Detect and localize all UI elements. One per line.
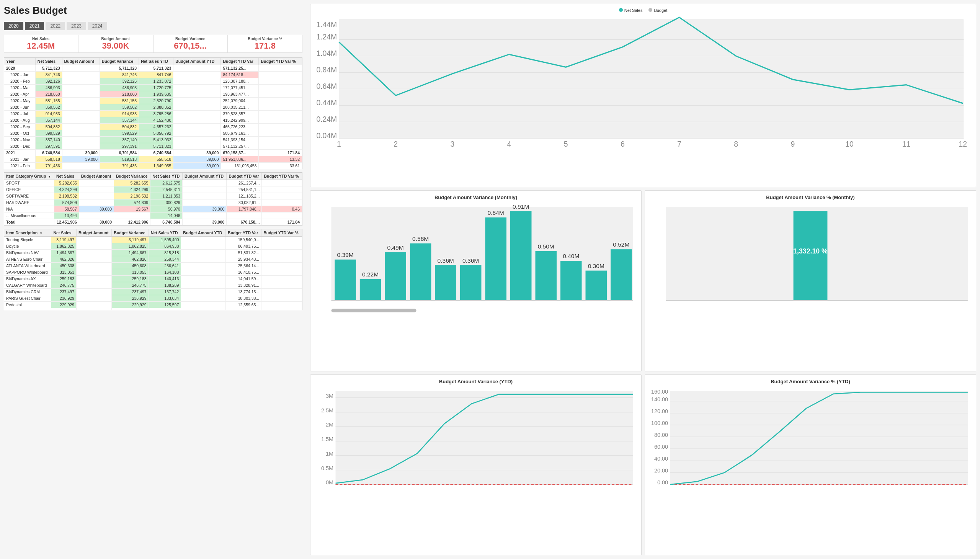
col-budget-amount-ytd: Budget Amount YTD: [174, 58, 221, 65]
table-row: Bl4Dynamics NAV1,494,6671,494,667815,318…: [4, 250, 302, 256]
svg-rect-37: [535, 251, 557, 301]
table-row: 2020 - Feb392,126392,1261,233,872123,387…: [4, 78, 302, 84]
col-desc-budget-variance: Budget Variance: [112, 229, 149, 237]
table-row: 2020 - Mar486,903486,9031,720,775172,077…: [4, 84, 302, 91]
svg-rect-38: [560, 261, 582, 300]
year-tab-2021[interactable]: 2021: [25, 22, 45, 30]
svg-text:0.58M: 0.58M: [412, 235, 429, 242]
svg-text:0.40M: 0.40M: [563, 253, 579, 260]
svg-text:10: 10: [845, 140, 853, 148]
svg-text:0.30M: 0.30M: [588, 263, 605, 269]
svg-text:4: 4: [507, 140, 511, 148]
kpi-budget-variance-pct: Budget Variance % 171.8: [228, 35, 302, 53]
svg-text:0.36M: 0.36M: [463, 257, 479, 264]
table-row: Total12,451,90639,00012,412,9066,740,584…: [4, 219, 302, 225]
svg-rect-75: [670, 391, 968, 485]
table-row: N/A58,56739,00019,56756,97039,0001,797,0…: [4, 206, 302, 212]
col-net-sales-ytd: Net Sales YTD: [139, 58, 174, 65]
kpi-budget-variance: Budget Variance 670,15...: [153, 35, 228, 53]
table-row: ATHENS Euro Chair462,826462,826259,34425…: [4, 256, 302, 263]
table-row: Bl4Dynamics AX259,183259,183140,41614,04…: [4, 276, 302, 282]
right-panel: Net Sales Budget 0.04M 0.24M 0.44M 0.64M…: [306, 0, 980, 559]
svg-rect-35: [485, 217, 506, 301]
svg-rect-33: [435, 265, 456, 301]
legend-net-sales: Net Sales: [619, 8, 643, 13]
svg-text:0.91M: 0.91M: [512, 203, 529, 210]
desc-table-section: Item Description ▼ Net Sales Budget Amou…: [4, 229, 302, 310]
kpi-net-sales: Net Sales 12.45M: [4, 35, 78, 53]
svg-text:1.5M: 1.5M: [321, 436, 334, 442]
desc-table: Item Description ▼ Net Sales Budget Amou…: [4, 229, 302, 310]
col-net-sales: Net Sales: [35, 58, 62, 65]
svg-rect-32: [410, 243, 431, 301]
table-row: 2020 - Jan841,746841,746841,74684,174,61…: [4, 71, 302, 78]
svg-text:1.24M: 1.24M: [316, 33, 337, 41]
svg-text:5: 5: [564, 140, 568, 148]
table-row: 2020 - Dec297,391297,3915,711,323571,132…: [4, 143, 302, 150]
svg-text:1: 1: [337, 140, 341, 148]
svg-text:1.44M: 1.44M: [316, 21, 337, 29]
desc-table-scroll[interactable]: Item Description ▼ Net Sales Budget Amou…: [4, 229, 302, 310]
svg-text:120.00: 120.00: [651, 408, 668, 414]
table-row: 2021 - Jan558,51839,000519,518558,51839,…: [4, 156, 302, 163]
svg-text:0.50M: 0.50M: [538, 243, 554, 250]
col-year: Year: [4, 58, 35, 65]
table-row: HARDWARE574,809574,809300,82930,082,91..…: [4, 200, 302, 206]
svg-rect-40: [611, 249, 632, 300]
svg-text:0.49M: 0.49M: [387, 245, 404, 251]
svg-text:2.5M: 2.5M: [321, 407, 334, 413]
page-title: Sales Budget: [4, 5, 302, 17]
svg-text:20.00: 20.00: [654, 468, 668, 474]
svg-rect-54: [331, 309, 416, 313]
svg-text:2: 2: [393, 140, 398, 148]
col-desc-budget-amount: Budget Amount: [76, 229, 112, 237]
col-desc: Item Description ▼: [4, 229, 51, 237]
col-desc-net-sales: Net Sales: [51, 229, 76, 237]
year-tab-2024[interactable]: 2024: [88, 22, 107, 30]
category-table-section: Item Category Group ▼ Net Sales Budget A…: [4, 172, 302, 226]
bar-monthly-card: Budget Amount Variance (Monthly): [310, 190, 641, 371]
main-table: Year Net Sales Budget Amount Budget Vari…: [4, 58, 302, 169]
table-row: 20205,711,3235,711,3235,711,323571,132,2…: [4, 65, 302, 71]
svg-text:160.00: 160.00: [651, 388, 668, 394]
svg-text:0M: 0M: [326, 480, 334, 486]
table-row: CALGARY Whiteboard246,775246,775138,2891…: [4, 282, 302, 289]
line-ytd-card: Budget Amount Variance (YTD) 0M 0.5M 1M …: [310, 374, 641, 555]
main-table-scroll[interactable]: Year Net Sales Budget Amount Budget Vari…: [4, 58, 302, 169]
table-row: Bicycle1,862,8251,862,825864,93886,493,7…: [4, 243, 302, 250]
col-budget-amount: Budget Amount: [62, 58, 99, 65]
year-tab-2022[interactable]: 2022: [46, 22, 65, 30]
main-table-section: Year Net Sales Budget Amount Budget Vari…: [4, 58, 302, 169]
svg-text:80.00: 80.00: [654, 432, 668, 438]
col-cat-budget-amount: Budget Amount: [79, 173, 114, 180]
svg-rect-39: [586, 271, 607, 301]
bar-monthly-pct-svg: 1,332.10 %: [649, 203, 972, 322]
svg-text:0.39M: 0.39M: [337, 251, 353, 258]
svg-text:8: 8: [734, 140, 738, 148]
table-row: SPORT5,282,6555,282,6552,612,575261,257,…: [4, 180, 302, 187]
bar-monthly-svg: 0.39M 0.22M 0.49M 0.58M 0.36M 0.36M 0.84…: [314, 203, 637, 322]
table-row: 2020 - Jul914,933914,9333,795,286379,528…: [4, 111, 302, 117]
table-row: PARIS Guest Chair236,929236,929183,03418…: [4, 295, 302, 302]
col-budget-ytd-var-pct: Budget YTD Var %: [259, 58, 302, 65]
line-chart-card: Net Sales Budget 0.04M 0.24M 0.44M 0.64M…: [310, 4, 976, 187]
table-row: 20216,740,58439,0006,701,5846,740,58439,…: [4, 150, 302, 156]
chart-legend: Net Sales Budget: [314, 8, 972, 13]
table-row: Total12,451,90639,00012,412,9066,740,584…: [4, 308, 302, 310]
year-tab-2023[interactable]: 2023: [67, 22, 86, 30]
bar-monthly-pct-title: Budget Amount Variance % (Monthly): [649, 195, 972, 200]
kpi-budget-amount: Budget Amount 39.00K: [78, 35, 153, 53]
category-table-scroll[interactable]: Item Category Group ▼ Net Sales Budget A…: [4, 173, 302, 225]
kpi-row: Net Sales 12.45M Budget Amount 39.00K Bu…: [4, 35, 302, 53]
table-row: Bl4Dynamics CRM237,497237,497137,74213,7…: [4, 289, 302, 295]
svg-text:140.00: 140.00: [651, 396, 668, 402]
col-desc-net-sales-ytd: Net Sales YTD: [149, 229, 181, 237]
col-budget-ytd-var: Budget YTD Var: [221, 58, 259, 65]
table-row: 2020 - Sep504,832504,8324,657,262465,726…: [4, 124, 302, 130]
year-tab-2020[interactable]: 2020: [4, 22, 23, 30]
col-desc-budget-ytd-var-pct: Budget YTD Var %: [261, 229, 302, 237]
col-desc-budget-amount-ytd: Budget Amount YTD: [181, 229, 226, 237]
col-cat-budget-amount-ytd: Budget Amount YTD: [182, 173, 226, 180]
svg-text:0.04M: 0.04M: [316, 132, 337, 140]
svg-text:12: 12: [959, 140, 967, 148]
